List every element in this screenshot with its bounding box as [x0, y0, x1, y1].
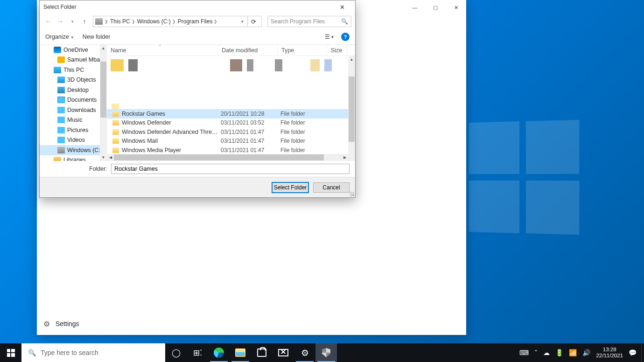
- column-type[interactable]: Type: [278, 45, 327, 56]
- store-taskbar-icon[interactable]: [251, 343, 273, 362]
- column-date[interactable]: Date modified: [218, 45, 278, 56]
- notifications-tray-icon[interactable]: 💬: [629, 349, 637, 356]
- taskbar-clock[interactable]: 13:28 22/11/2021: [596, 347, 623, 359]
- show-desktop-button[interactable]: [641, 343, 644, 362]
- folder-icon: [95, 18, 103, 25]
- list-row[interactable]: Windows Mail03/11/2021 01:47File folder: [107, 137, 355, 146]
- folder-label: Folder:: [89, 166, 107, 172]
- search-input[interactable]: Search Program Files 🔍: [267, 16, 351, 27]
- user-icon: [57, 56, 65, 63]
- folder-icon: [112, 104, 119, 109]
- tree-item-windows-c-[interactable]: Windows (C:): [40, 145, 107, 155]
- scroll-up-icon[interactable]: ▲: [100, 45, 107, 52]
- cancel-button[interactable]: Cancel: [313, 182, 350, 193]
- list-row[interactable]: Rockstar Games20/11/2021 10:28File folde…: [107, 109, 355, 118]
- lib-icon: [54, 157, 61, 161]
- explorer-taskbar-icon[interactable]: [230, 343, 251, 362]
- chevron-right-icon[interactable]: ❯: [105, 19, 108, 24]
- tree-item-this-pc[interactable]: This PC: [40, 65, 107, 75]
- breadcrumb-this-pc[interactable]: This PC❯: [110, 18, 135, 25]
- taskbar-search[interactable]: 🔍 Type here to search: [21, 343, 165, 362]
- list-hscrollbar[interactable]: ◀ ▶: [107, 154, 348, 161]
- edge-taskbar-icon[interactable]: [208, 343, 230, 362]
- onedrive-icon: [54, 47, 61, 53]
- tree-item-samuel-mbanasc[interactable]: Samuel Mbanasc: [40, 55, 107, 65]
- select-folder-button[interactable]: Select Folder: [272, 182, 308, 193]
- mail-taskbar-icon[interactable]: [273, 343, 294, 362]
- music-icon: [57, 117, 65, 123]
- volume-tray-icon[interactable]: 🔊: [582, 349, 590, 356]
- tree-item-desktop[interactable]: Desktop: [40, 85, 107, 95]
- new-folder-button[interactable]: New folder: [83, 34, 111, 40]
- store-icon: [257, 348, 266, 357]
- scroll-up-icon[interactable]: ▲: [348, 56, 355, 63]
- refresh-button[interactable]: ⟳: [247, 16, 259, 27]
- search-icon[interactable]: 🔍: [341, 18, 348, 25]
- navigation-tree: OneDriveSamuel MbanascThis PC3D ObjectsD…: [40, 45, 107, 161]
- gear-icon[interactable]: ⚙: [43, 320, 50, 328]
- organize-menu[interactable]: Organize▼: [45, 34, 74, 40]
- onedrive-tray-icon[interactable]: ☁: [543, 349, 550, 356]
- scroll-left-icon[interactable]: ◀: [107, 154, 114, 161]
- tree-item-3d-objects[interactable]: 3D Objects: [40, 75, 107, 85]
- nav-forward-button[interactable]: →: [55, 16, 66, 27]
- column-name[interactable]: Name⌃: [107, 45, 218, 56]
- breadcrumb-drive[interactable]: Windows (C:)❯: [137, 18, 176, 25]
- tree-item-documents[interactable]: Documents: [40, 95, 107, 105]
- tree-item-onedrive[interactable]: OneDrive: [40, 45, 107, 55]
- search-icon: 🔍: [28, 349, 36, 356]
- list-row[interactable]: Windows Defender Advanced Threat Pro...0…: [107, 127, 355, 137]
- cortana-button[interactable]: ◯: [165, 343, 187, 362]
- tree-item-libraries[interactable]: Libraries: [40, 155, 107, 161]
- bg-settings-label[interactable]: Settings: [56, 320, 79, 327]
- keyboard-tray-icon[interactable]: ⌨: [519, 349, 529, 356]
- nav-recent-dropdown[interactable]: ▾: [67, 16, 78, 27]
- down-icon: [57, 107, 65, 113]
- hscroll-thumb[interactable]: [114, 154, 324, 160]
- settings-taskbar-icon[interactable]: ⚙: [294, 343, 315, 362]
- column-size[interactable]: Size: [327, 45, 348, 56]
- tray-overflow-icon[interactable]: ˄: [534, 349, 538, 356]
- list-row[interactable]: Windows Media Player03/11/2021 01:47File…: [107, 146, 355, 155]
- taskbar-search-placeholder: Type here to search: [41, 349, 98, 356]
- dialog-title: Select Folder: [43, 4, 77, 10]
- folder-icon: [112, 111, 119, 117]
- start-button[interactable]: [0, 343, 21, 362]
- tree-item-pictures[interactable]: Pictures: [40, 125, 107, 135]
- folder-icon: [112, 120, 119, 125]
- view-options-button[interactable]: ☰ ▼: [322, 32, 336, 42]
- select-folder-dialog: Select Folder ✕ ← → ▾ ↑ ❯ This PC❯ Windo…: [39, 0, 356, 198]
- help-button[interactable]: ?: [341, 33, 350, 41]
- security-taskbar-icon[interactable]: [315, 343, 337, 362]
- dialog-titlebar[interactable]: Select Folder ✕: [40, 0, 355, 14]
- nav-up-button[interactable]: ↑: [79, 16, 90, 27]
- windows-logo-icon: [7, 349, 15, 357]
- folder-icon: [112, 138, 119, 144]
- tree-item-music[interactable]: Music: [40, 115, 107, 125]
- battery-tray-icon[interactable]: 🔋: [555, 349, 563, 356]
- list-row[interactable]: Windows Defender03/11/2021 03:52File fol…: [107, 118, 355, 128]
- 3d-icon: [57, 77, 65, 83]
- list-header: Name⌃ Date modified Type Size: [107, 45, 355, 56]
- close-button[interactable]: ✕: [333, 0, 351, 14]
- scroll-down-icon[interactable]: ▼: [100, 154, 107, 161]
- wifi-tray-icon[interactable]: 📶: [569, 349, 577, 356]
- breadcrumb-program-files[interactable]: Program Files❯: [178, 18, 218, 25]
- gear-icon: ⚙: [301, 348, 309, 358]
- tree-scrollbar[interactable]: ▲ ▼: [100, 45, 107, 161]
- resize-grip[interactable]: [350, 192, 354, 196]
- taskbar: 🔍 Type here to search ◯ ⊞⁚ ⚙ ⌨ ˄ ☁ 🔋 📶 🔊…: [0, 343, 644, 362]
- scroll-right-icon[interactable]: ▶: [341, 154, 348, 161]
- address-dropdown[interactable]: ▾: [241, 19, 244, 24]
- folder-name-input[interactable]: [111, 164, 350, 174]
- tree-item-downloads[interactable]: Downloads: [40, 105, 107, 115]
- task-view-button[interactable]: ⊞⁚: [187, 343, 208, 362]
- tree-item-videos[interactable]: Videos: [40, 135, 107, 146]
- scroll-thumb[interactable]: [349, 77, 355, 142]
- address-bar[interactable]: ❯ This PC❯ Windows (C:)❯ Program Files❯ …: [93, 16, 262, 27]
- list-scrollbar[interactable]: ▲ ▼: [348, 56, 355, 161]
- shield-icon: [322, 348, 330, 357]
- nav-back-button[interactable]: ←: [42, 16, 54, 27]
- folder-icon: [235, 348, 245, 357]
- scroll-thumb[interactable]: [100, 62, 106, 118]
